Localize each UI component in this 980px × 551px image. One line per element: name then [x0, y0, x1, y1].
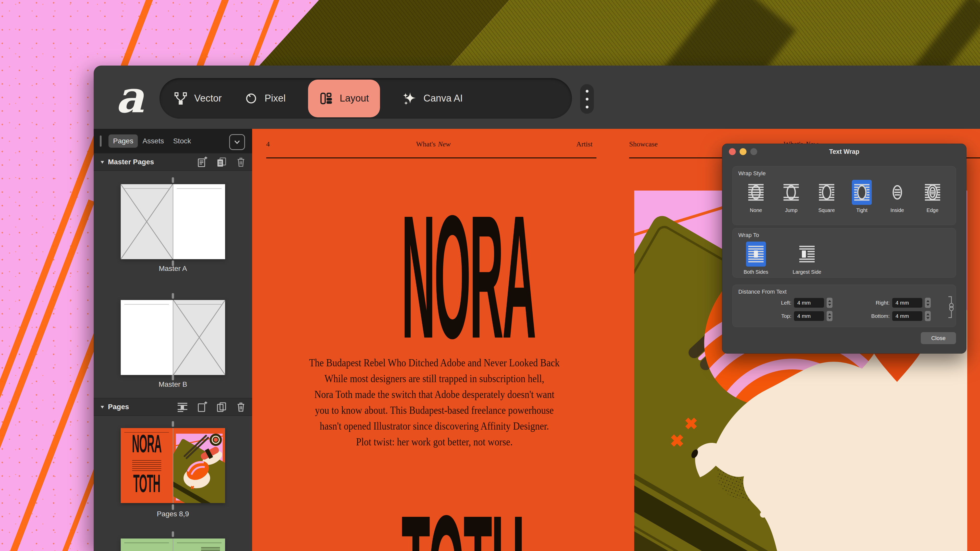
persona-pixel[interactable]: Pixel: [244, 79, 286, 118]
layout-persona-icon: [319, 92, 333, 105]
sparkles-icon: [402, 91, 417, 106]
wrap-style-edge[interactable]: Edge: [916, 180, 949, 213]
wrap-style-square[interactable]: Square: [810, 180, 843, 213]
next-spread-thumbnail[interactable]: [121, 538, 225, 551]
right-field-label: Right:: [851, 300, 890, 306]
right-stepper[interactable]: [925, 298, 931, 308]
panel-menu-button[interactable]: [229, 134, 245, 150]
persona-layout[interactable]: Layout: [308, 79, 380, 118]
left-field-label: Left:: [761, 300, 791, 306]
dialog-title: Text Wrap: [722, 148, 966, 156]
persona-label: Pixel: [265, 93, 286, 104]
add-page-button[interactable]: [197, 401, 208, 413]
top-distance-input[interactable]: 4 mm: [794, 311, 824, 321]
wrap-to-both-sides[interactable]: Both Sides: [739, 241, 773, 275]
persona-label: Canva AI: [423, 93, 463, 104]
top-stepper[interactable]: [827, 311, 832, 321]
bottom-stepper[interactable]: [925, 311, 931, 321]
master-b-thumbnail[interactable]: [121, 300, 225, 375]
spine-tick: [172, 375, 174, 380]
pixel-persona-icon: [244, 92, 258, 105]
master-pages-header[interactable]: ▾ Master Pages: [94, 153, 252, 171]
page-number: 4: [266, 140, 270, 148]
distance-group: Distance From Text Left: 4 mm Right: 4 m…: [732, 285, 956, 327]
toolbar: a Vector: [94, 65, 980, 129]
persona-canva-ai[interactable]: Canva AI: [402, 79, 463, 118]
thumb-sushi-art: [173, 428, 225, 503]
right-distance-input[interactable]: 4 mm: [892, 298, 922, 308]
text-wrap-dialog: Text Wrap Wrap Style None Jump: [722, 144, 966, 354]
wrap-style-none[interactable]: None: [739, 180, 773, 213]
panel-drag-handle[interactable]: [100, 135, 102, 147]
wrap-to-label: Wrap To: [738, 232, 759, 238]
spine-tick: [172, 177, 174, 183]
wrap-style-jump[interactable]: Jump: [775, 180, 808, 213]
distance-label: Distance From Text: [738, 289, 787, 295]
chevron-down-icon: ▾: [101, 404, 104, 410]
affinity-logo-icon[interactable]: a: [116, 78, 149, 119]
bottom-field-label: Bottom:: [851, 313, 890, 319]
persona-label: Vector: [194, 93, 222, 104]
tab-pages[interactable]: Pages: [108, 135, 138, 148]
wrap-style-tight[interactable]: Tight: [845, 180, 878, 213]
wrap-to-group: Wrap To Both Sides Largest Side: [732, 228, 956, 278]
close-button[interactable]: Close: [921, 332, 956, 344]
spine-tick: [172, 504, 174, 510]
thumb-title-bottom: TOTH: [130, 472, 163, 495]
tab-assets[interactable]: Assets: [138, 135, 169, 148]
wrap-style-label: Wrap Style: [738, 170, 765, 177]
wrap-style-inside[interactable]: Inside: [881, 180, 914, 213]
wrap-to-largest-side[interactable]: Largest Side: [791, 241, 824, 275]
add-master-button[interactable]: [197, 156, 208, 168]
delete-page-button[interactable]: [235, 401, 247, 413]
section-label: Master Pages: [108, 158, 154, 166]
more-options-button[interactable]: [580, 84, 594, 114]
pages-8-9-label: Pages 8,9: [94, 510, 252, 518]
spine-tick: [172, 293, 174, 299]
master-a-label: Master A: [94, 265, 252, 273]
screen: a Vector: [0, 0, 980, 551]
link-values-icon[interactable]: [947, 293, 955, 321]
bottom-distance-input[interactable]: 4 mm: [892, 311, 922, 321]
master-a-thumbnail[interactable]: [121, 184, 225, 259]
spine-tick: [172, 421, 174, 427]
master-b-label: Master B: [94, 380, 252, 389]
thumb-title-top: NORA: [130, 432, 163, 455]
spine-tick: [172, 531, 174, 537]
duplicate-page-button[interactable]: [216, 401, 227, 413]
headline-toth[interactable]: TOTH: [401, 489, 467, 551]
left-distance-input[interactable]: 4 mm: [794, 298, 824, 308]
header-rule: [266, 157, 597, 159]
add-section-icon[interactable]: [177, 401, 188, 413]
persona-label: Layout: [340, 93, 369, 104]
tab-stock[interactable]: Stock: [169, 135, 196, 148]
pages-section-header[interactable]: ▾ Pages: [94, 398, 252, 416]
running-head-left: Showcase: [629, 140, 658, 148]
wrap-style-group: Wrap Style None Jump: [732, 166, 956, 225]
duplicate-master-button[interactable]: [216, 156, 227, 168]
pages-8-9-thumbnail[interactable]: NORA TOTH: [121, 428, 225, 503]
persona-vector[interactable]: Vector: [174, 79, 222, 118]
left-stepper[interactable]: [827, 298, 832, 308]
chevron-down-icon: ▾: [101, 159, 104, 165]
panel-tabs: Pages Assets Stock: [94, 129, 252, 153]
vector-persona-icon: [174, 92, 188, 105]
body-paragraph[interactable]: The Budapest Rebel Who Ditched Adobe and…: [306, 355, 562, 450]
top-field-label: Top:: [761, 313, 791, 319]
section-label: Pages: [108, 403, 129, 411]
headline-nora[interactable]: NORA: [401, 189, 467, 365]
running-head-right: Artist: [576, 140, 593, 148]
persona-switcher: Vector Pixel: [159, 78, 572, 119]
pages-panel: Pages Assets Stock ▾ Master Pages: [94, 129, 253, 551]
delete-master-button[interactable]: [235, 156, 247, 168]
running-head-center: What'sNew: [405, 140, 461, 148]
